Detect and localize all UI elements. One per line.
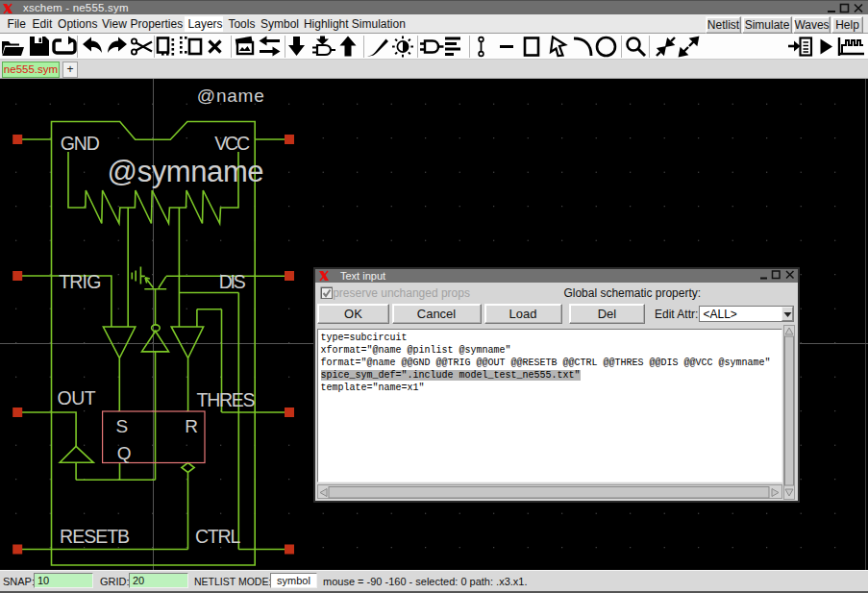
svg-text:TRIG: TRIG — [59, 271, 101, 292]
svg-text:S: S — [116, 416, 129, 436]
svg-text:THRES: THRES — [197, 389, 256, 410]
svg-text:CTRL: CTRL — [195, 526, 241, 547]
svg-text:@symname: @symname — [108, 155, 264, 188]
svg-text:DIS: DIS — [219, 271, 246, 292]
svg-text:OUT: OUT — [58, 387, 96, 408]
svg-text:RESETB: RESETB — [60, 526, 130, 547]
svg-text:VCC: VCC — [214, 133, 250, 154]
svg-text:@name: @name — [197, 86, 264, 106]
svg-text:Q: Q — [117, 443, 132, 463]
svg-text:GND: GND — [61, 133, 100, 154]
svg-text:R: R — [185, 416, 198, 436]
